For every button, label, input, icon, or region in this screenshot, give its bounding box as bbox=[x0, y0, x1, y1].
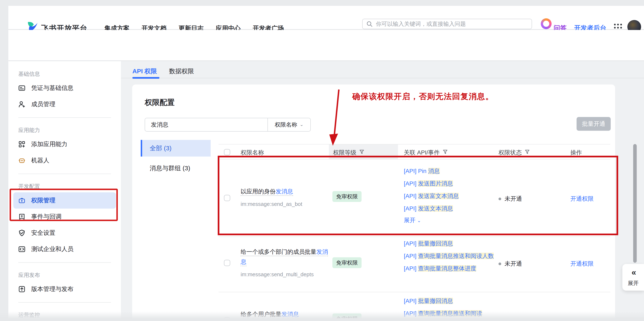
sidebar-item-label: 添加应用能力 bbox=[31, 140, 68, 148]
filter-funnel-icon[interactable] bbox=[356, 149, 364, 156]
code-icon bbox=[18, 246, 26, 253]
robot-icon bbox=[18, 157, 26, 164]
api-link[interactable]: [API] 查询批量消息推送和阅读人数 bbox=[404, 251, 496, 261]
permission-code: im:message:send_multi_depts bbox=[240, 269, 328, 279]
sidebar-section-label: 应用能力 bbox=[8, 123, 121, 136]
tab-divider bbox=[121, 78, 644, 78]
category-label: 消息与群组 (3) bbox=[150, 164, 190, 172]
sidebar-section-label: 基础信息 bbox=[8, 66, 121, 80]
filter-select-value: 权限名称 bbox=[275, 121, 297, 128]
search-icon bbox=[366, 21, 372, 27]
scrollbar-thumb[interactable] bbox=[633, 144, 637, 263]
feishu-open-platform-page: 飞书开放平台 集成方案开发文档更新日志应用中心开发者广场 问答 开发者后台 测试… bbox=[0, 0, 644, 321]
permission-config-title: 权限配置 bbox=[145, 98, 175, 108]
tab-data-permission[interactable]: 数据权限 bbox=[169, 67, 194, 76]
level-badge: 免审权限 bbox=[332, 257, 362, 268]
table-top-border bbox=[218, 144, 610, 144]
sidebar-item-label: 安全设置 bbox=[31, 229, 55, 237]
grid-add-icon bbox=[18, 141, 26, 148]
double-chevron-left-icon: « bbox=[632, 268, 635, 277]
active-bar bbox=[141, 140, 142, 156]
annotation-rect-sidebar bbox=[10, 188, 118, 221]
id-card-icon bbox=[18, 84, 26, 92]
column-header-关联 API/事件[interactable]: 关联 API/事件 bbox=[404, 149, 448, 156]
active-bar bbox=[141, 160, 142, 176]
sidebar-item-安全设置[interactable]: 安全设置 bbox=[13, 225, 116, 241]
sidebar-item-测试企业和人员[interactable]: 测试企业和人员 bbox=[13, 241, 116, 257]
sidebar-item-凭证与基础信息[interactable]: 凭证与基础信息 bbox=[13, 80, 116, 96]
tab-active-underline bbox=[132, 77, 160, 79]
sidebar-item-label: 机器人 bbox=[31, 156, 49, 165]
column-header-操作: 操作 bbox=[570, 149, 582, 156]
api-link[interactable]: [API] 查询批量消息整体进度 bbox=[404, 264, 496, 273]
category-全部 (3)[interactable]: 全部 (3) bbox=[141, 140, 211, 156]
permission-name[interactable]: 给一个或多个部门的成员批量发消息im:message:send_multi_de… bbox=[240, 247, 328, 279]
filter-funnel-icon[interactable] bbox=[440, 149, 448, 156]
row-checkbox[interactable] bbox=[224, 260, 230, 266]
api-links: [API] 批量撤回消息[API] 查询批量消息推送和阅读人数[API] 查询批… bbox=[404, 239, 496, 276]
sidebar-item-label: 版本管理与发布 bbox=[31, 285, 74, 293]
expand-panel-button[interactable]: « 展开 bbox=[622, 264, 644, 290]
sidebar-item-label: 测试企业和人员 bbox=[31, 245, 74, 253]
annotation-rect-table-row bbox=[218, 156, 618, 235]
sidebar-divider bbox=[18, 118, 111, 118]
api-link[interactable]: [API] 批量撤回消息 bbox=[404, 296, 496, 306]
sidebar-item-添加应用能力[interactable]: 添加应用能力 bbox=[13, 136, 116, 152]
sidebar-item-label: 成员管理 bbox=[31, 100, 55, 108]
select-all-checkbox[interactable] bbox=[224, 149, 230, 155]
permission-search-input[interactable] bbox=[145, 118, 268, 131]
sidebar-item-版本管理与发布[interactable]: 版本管理与发布 bbox=[13, 281, 116, 297]
category-消息与群组 (3)[interactable]: 消息与群组 (3) bbox=[141, 160, 211, 176]
column-header-权限状态[interactable]: 权限状态 bbox=[498, 149, 530, 156]
expand-panel-label: 展开 bbox=[628, 280, 638, 287]
publish-icon bbox=[18, 286, 26, 293]
app-header: 测试 已启用 正式应用@环界云 ✓ 当前修改均已发布 bbox=[8, 30, 644, 61]
permission-search-bar: 权限名称 ⌄ bbox=[145, 118, 311, 132]
tab-api-permission[interactable]: API 权限 bbox=[132, 67, 157, 76]
sidebar-divider bbox=[18, 262, 111, 263]
bulk-enable-button[interactable]: 批量开通 bbox=[576, 117, 611, 131]
member-add-icon bbox=[18, 101, 26, 108]
filter-funnel-icon[interactable] bbox=[522, 149, 530, 156]
permission-filter-select[interactable]: 权限名称 ⌄ bbox=[268, 118, 310, 131]
status-dot-icon bbox=[498, 262, 501, 265]
search-input[interactable] bbox=[376, 20, 528, 28]
sidebar-section-label: 应用发布 bbox=[8, 268, 121, 281]
shield-check-icon bbox=[18, 230, 26, 236]
nav-search[interactable] bbox=[362, 19, 532, 29]
row-divider-2 bbox=[218, 292, 610, 292]
bottom-fade bbox=[0, 312, 644, 321]
enable-permission-link[interactable]: 开通权限 bbox=[570, 260, 594, 268]
sidebar-item-机器人[interactable]: 机器人 bbox=[13, 152, 116, 168]
column-header-权限名称: 权限名称 bbox=[240, 149, 264, 156]
top-nav: 飞书开放平台 集成方案开发文档更新日志应用中心开发者广场 问答 开发者后台 bbox=[8, 6, 644, 30]
permission-status: 未开通 bbox=[498, 260, 522, 268]
sidebar-divider bbox=[18, 302, 111, 303]
column-header-权限等级[interactable]: 权限等级 bbox=[333, 149, 364, 156]
api-link[interactable]: [API] 批量撤回消息 bbox=[404, 239, 496, 248]
sidebar-item-成员管理[interactable]: 成员管理 bbox=[13, 96, 116, 112]
row-divider-1 bbox=[218, 236, 610, 237]
category-label: 全部 (3) bbox=[150, 144, 172, 152]
sidebar-divider bbox=[18, 174, 111, 174]
qa-ring-icon[interactable] bbox=[541, 18, 552, 29]
chevron-down-icon: ⌄ bbox=[300, 122, 304, 127]
annotation-text: 确保该权限开启，否则无法回复消息。 bbox=[352, 91, 494, 102]
sidebar-item-label: 凭证与基础信息 bbox=[31, 84, 74, 92]
